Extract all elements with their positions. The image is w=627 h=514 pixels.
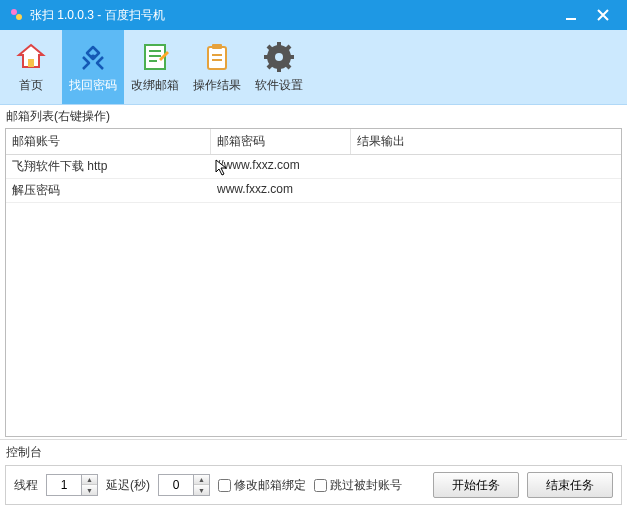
start-button[interactable]: 开始任务 bbox=[433, 472, 519, 498]
app-logo-icon bbox=[8, 7, 24, 23]
svg-rect-2 bbox=[566, 18, 576, 20]
svg-line-19 bbox=[268, 46, 272, 50]
find-password-icon bbox=[77, 41, 109, 73]
tab-operation-result-label: 操作结果 bbox=[193, 77, 241, 94]
control-panel-label: 控制台 bbox=[0, 439, 627, 465]
svg-rect-10 bbox=[212, 44, 222, 49]
checkbox-skip-blocked-input[interactable] bbox=[314, 479, 327, 492]
cell-account: 飞翔软件下载 http bbox=[6, 155, 211, 178]
tab-change-mail-label: 改绑邮箱 bbox=[131, 77, 179, 94]
column-result[interactable]: 结果输出 bbox=[351, 129, 621, 154]
svg-point-4 bbox=[91, 54, 96, 59]
stop-button[interactable]: 结束任务 bbox=[527, 472, 613, 498]
home-icon bbox=[15, 41, 47, 73]
column-account[interactable]: 邮箱账号 bbox=[6, 129, 211, 154]
close-icon bbox=[597, 9, 609, 21]
checkbox-skip-blocked-label: 跳过被封账号 bbox=[330, 477, 402, 494]
checkbox-skip-blocked[interactable]: 跳过被封账号 bbox=[314, 477, 402, 494]
cell-result bbox=[351, 155, 621, 178]
mailbox-list-label: 邮箱列表(右键操作) bbox=[0, 105, 627, 128]
svg-rect-9 bbox=[208, 47, 226, 69]
checkbox-modify-mail-label: 修改邮箱绑定 bbox=[234, 477, 306, 494]
svg-point-0 bbox=[11, 9, 17, 15]
tab-software-settings[interactable]: 软件设置 bbox=[248, 30, 310, 104]
table-row[interactable]: 解压密码 www.fxxz.com bbox=[6, 179, 621, 203]
tab-home[interactable]: 首页 bbox=[0, 30, 62, 104]
tab-change-mail[interactable]: 改绑邮箱 bbox=[124, 30, 186, 104]
svg-point-14 bbox=[275, 53, 283, 61]
svg-line-20 bbox=[286, 64, 290, 68]
tab-operation-result[interactable]: 操作结果 bbox=[186, 30, 248, 104]
threads-arrows: ▲ ▼ bbox=[82, 474, 98, 496]
cell-password: www.fxxz.com bbox=[211, 179, 351, 202]
close-button[interactable] bbox=[587, 0, 619, 30]
tab-find-password[interactable]: 找回密码 bbox=[62, 30, 124, 104]
checkbox-modify-mail[interactable]: 修改邮箱绑定 bbox=[218, 477, 306, 494]
gear-icon bbox=[263, 41, 295, 73]
control-panel: 线程 ▲ ▼ 延迟(秒) ▲ ▼ 修改邮箱绑定 跳过被封账号 开始任务 结束任务 bbox=[5, 465, 622, 505]
cell-password: //www.fxxz.com bbox=[211, 155, 351, 178]
threads-down-icon[interactable]: ▼ bbox=[82, 485, 97, 495]
change-mail-icon bbox=[139, 41, 171, 73]
title-bar: 张扫 1.0.0.3 - 百度扫号机 bbox=[0, 0, 627, 30]
delay-down-icon[interactable]: ▼ bbox=[194, 485, 209, 495]
threads-input[interactable] bbox=[46, 474, 82, 496]
operation-result-icon bbox=[201, 41, 233, 73]
minimize-icon bbox=[565, 9, 577, 21]
threads-stepper[interactable]: ▲ ▼ bbox=[46, 474, 98, 496]
cell-account: 解压密码 bbox=[6, 179, 211, 202]
table-body[interactable]: 飞翔软件下载 http //www.fxxz.com 解压密码 www.fxxz… bbox=[6, 155, 621, 436]
threads-up-icon[interactable]: ▲ bbox=[82, 475, 97, 485]
tab-software-settings-label: 软件设置 bbox=[255, 77, 303, 94]
column-password[interactable]: 邮箱密码 bbox=[211, 129, 351, 154]
svg-line-21 bbox=[286, 46, 290, 50]
threads-label: 线程 bbox=[14, 477, 38, 494]
checkbox-modify-mail-input[interactable] bbox=[218, 479, 231, 492]
delay-up-icon[interactable]: ▲ bbox=[194, 475, 209, 485]
table-row[interactable]: 飞翔软件下载 http //www.fxxz.com bbox=[6, 155, 621, 179]
toolbar: 首页 找回密码 改绑邮箱 操作结果 软件设置 bbox=[0, 30, 627, 105]
minimize-button[interactable] bbox=[555, 0, 587, 30]
delay-input[interactable] bbox=[158, 474, 194, 496]
table-header: 邮箱账号 邮箱密码 结果输出 bbox=[6, 129, 621, 155]
mailbox-table: 邮箱账号 邮箱密码 结果输出 飞翔软件下载 http //www.fxxz.co… bbox=[5, 128, 622, 437]
cell-result bbox=[351, 179, 621, 202]
tab-home-label: 首页 bbox=[19, 77, 43, 94]
svg-point-1 bbox=[16, 14, 22, 20]
tab-find-password-label: 找回密码 bbox=[69, 77, 117, 94]
svg-line-22 bbox=[268, 64, 272, 68]
svg-rect-3 bbox=[28, 59, 34, 67]
delay-stepper[interactable]: ▲ ▼ bbox=[158, 474, 210, 496]
window-title: 张扫 1.0.0.3 - 百度扫号机 bbox=[30, 7, 555, 24]
delay-arrows: ▲ ▼ bbox=[194, 474, 210, 496]
delay-label: 延迟(秒) bbox=[106, 477, 150, 494]
